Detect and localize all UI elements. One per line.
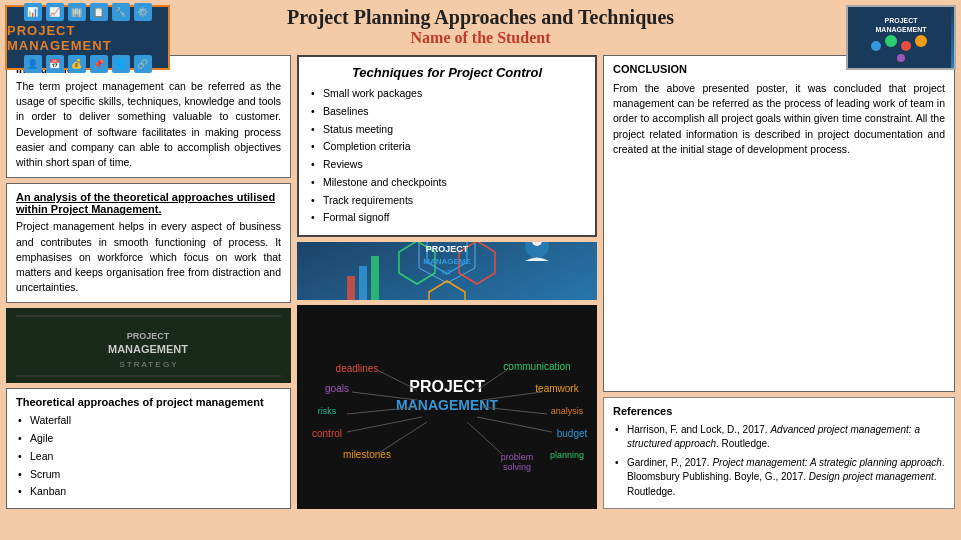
introduction-panel: Introduction The term project management…: [6, 55, 291, 178]
logo-icon-5: 🔧: [112, 3, 130, 21]
logo-icon-9: 💰: [68, 55, 86, 73]
technique-5: Reviews: [309, 156, 585, 174]
reference-2: Gardiner, P., 2017. Project management: …: [613, 454, 945, 502]
middle-column: Techniques for Project Control Small wor…: [297, 55, 597, 509]
conclusion-panel: CONCLUSION From the above presented post…: [603, 55, 955, 392]
hexagon-svg: PROJECT MANAGEME NT: [297, 242, 597, 300]
svg-text:PROJECT: PROJECT: [127, 331, 170, 341]
svg-text:control: control: [312, 428, 342, 439]
logo-icon-8: 📅: [46, 55, 64, 73]
list-item-scrum: Scrum: [16, 466, 281, 484]
technique-2: Baselines: [309, 103, 585, 121]
technique-8: Formal signoff: [309, 209, 585, 227]
left-column: Introduction The term project management…: [6, 55, 291, 509]
svg-text:S T R A T E G Y: S T R A T E G Y: [119, 360, 177, 369]
reference-1: Harrison, F. and Lock, D., 2017. Advance…: [613, 421, 945, 454]
list-item-kanban: Kanban: [16, 483, 281, 501]
svg-text:PROJECT: PROJECT: [426, 244, 469, 254]
ref-2-title: Project management: A strategic planning…: [712, 457, 941, 468]
technique-1: Small work packages: [309, 85, 585, 103]
svg-rect-25: [347, 276, 355, 300]
word-cloud-image: PROJECT MANAGEMENT deadlines communicati…: [297, 305, 597, 509]
svg-text:goals: goals: [325, 383, 349, 394]
svg-text:MANAGEMENT: MANAGEMENT: [876, 26, 928, 33]
logo-icon-11: 🌐: [112, 55, 130, 73]
list-item-waterfall: Waterfall: [16, 412, 281, 430]
svg-rect-26: [359, 266, 367, 300]
ref-2-author: Gardiner, P., 2017.: [627, 457, 712, 468]
svg-text:PROJECT: PROJECT: [884, 17, 918, 24]
svg-rect-27: [371, 256, 379, 300]
svg-text:budget: budget: [557, 428, 588, 439]
svg-text:problem: problem: [501, 452, 534, 462]
techniques-box: Techniques for Project Control Small wor…: [297, 55, 597, 237]
theoretical-panel: Theoretical approaches of project manage…: [6, 388, 291, 509]
analysis-title: An analysis of the theoretical approache…: [16, 191, 281, 215]
ref-1-author: Harrison, F. and Lock, D., 2017.: [627, 424, 770, 435]
logo-icon-7: 👤: [24, 55, 42, 73]
svg-point-3: [871, 41, 881, 51]
svg-text:NT: NT: [442, 269, 452, 276]
top-right-image: PROJECT MANAGEMENT: [846, 5, 956, 70]
theoretical-list: Waterfall Agile Lean Scrum Kanban: [16, 412, 281, 501]
svg-text:planning: planning: [550, 450, 584, 460]
technique-7: Track requirements: [309, 192, 585, 210]
ref-2-title2: Design project management: [809, 471, 934, 482]
svg-point-5: [901, 41, 911, 51]
svg-text:milestones: milestones: [343, 449, 391, 460]
right-column: CONCLUSION From the above presented post…: [603, 55, 955, 509]
header: 📊 📈 🏢 📋 🔧 ⚙️ PROJECT MANAGEMENT 👤 📅 💰 📌 …: [0, 0, 961, 51]
svg-text:solving: solving: [503, 462, 531, 472]
introduction-body: The term project management can be refer…: [16, 79, 281, 170]
logo-icon-4: 📋: [90, 3, 108, 21]
logo-box: 📊 📈 🏢 📋 🔧 ⚙️ PROJECT MANAGEMENT 👤 📅 💰 📌 …: [5, 5, 170, 70]
svg-text:deadlines: deadlines: [336, 363, 379, 374]
svg-text:MANAGEME: MANAGEME: [423, 257, 471, 266]
svg-text:analysis: analysis: [551, 406, 584, 416]
svg-point-6: [915, 35, 927, 47]
references-list: Harrison, F. and Lock, D., 2017. Advance…: [613, 421, 945, 502]
svg-text:PROJECT: PROJECT: [409, 378, 485, 395]
pm-hexagon-image: PROJECT MANAGEME NT: [297, 242, 597, 300]
svg-text:risks: risks: [318, 406, 337, 416]
pm-logo-svg: PROJECT MANAGEMENT: [851, 8, 951, 68]
list-item-agile: Agile: [16, 430, 281, 448]
technique-6: Milestone and checkpoints: [309, 174, 585, 192]
logo-icon-10: 📌: [90, 55, 108, 73]
technique-3: Status meeting: [309, 121, 585, 139]
svg-text:communication: communication: [503, 361, 570, 372]
logo-text: PROJECT MANAGEMENT: [7, 23, 168, 53]
references-title: References: [613, 405, 945, 417]
main-content: Introduction The term project management…: [0, 51, 961, 513]
analysis-body: Project management helps in every aspect…: [16, 219, 281, 295]
technique-4: Completion criteria: [309, 138, 585, 156]
logo-icon-2: 📈: [46, 3, 64, 21]
logo-icon-3: 🏢: [68, 3, 86, 21]
pm-dark-svg: PROJECT MANAGEMENT S T R A T E G Y: [6, 311, 291, 381]
student-name: Name of the Student: [287, 29, 674, 47]
pm-dark-image: PROJECT MANAGEMENT S T R A T E G Y: [6, 308, 291, 383]
svg-point-7: [897, 54, 905, 62]
svg-point-4: [885, 35, 897, 47]
logo-icon-6: ⚙️: [134, 3, 152, 21]
logo-icons-top: 📊 📈 🏢 📋 🔧 ⚙️: [24, 3, 152, 21]
logo-icon-12: 🔗: [134, 55, 152, 73]
references-panel: References Harrison, F. and Lock, D., 20…: [603, 397, 955, 510]
wordcloud-svg: PROJECT MANAGEMENT deadlines communicati…: [297, 342, 597, 472]
list-item-lean: Lean: [16, 448, 281, 466]
svg-text:MANAGEMENT: MANAGEMENT: [108, 343, 188, 355]
page-title: Project Planning Approaches and Techniqu…: [287, 6, 674, 29]
techniques-list: Small work packages Baselines Status mee…: [309, 85, 585, 227]
logo-icons-bottom: 👤 📅 💰 📌 🌐 🔗: [24, 55, 152, 73]
techniques-title: Techniques for Project Control: [309, 65, 585, 80]
theoretical-title: Theoretical approaches of project manage…: [16, 396, 281, 408]
analysis-panel: An analysis of the theoretical approache…: [6, 183, 291, 303]
ref-1-pub: . Routledge.: [716, 438, 770, 449]
logo-icon-1: 📊: [24, 3, 42, 21]
conclusion-body: From the above presented poster, it was …: [613, 81, 945, 157]
header-title-block: Project Planning Approaches and Techniqu…: [287, 6, 674, 47]
